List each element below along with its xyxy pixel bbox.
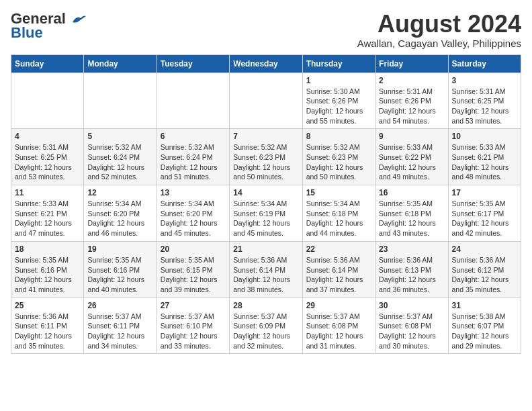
day-number: 10 xyxy=(452,132,517,141)
calendar-cell: 7Sunrise: 5:32 AMSunset: 6:23 PMDaylight… xyxy=(230,129,302,185)
day-info: Sunrise: 5:32 AMSunset: 6:23 PMDaylight:… xyxy=(306,142,371,182)
calendar-cell: 22Sunrise: 5:36 AMSunset: 6:14 PMDayligh… xyxy=(302,241,375,298)
day-info: Sunrise: 5:36 AMSunset: 6:14 PMDaylight:… xyxy=(233,255,298,295)
day-number: 26 xyxy=(87,301,152,310)
weekday-header-saturday: Saturday xyxy=(448,54,521,73)
calendar-cell: 17Sunrise: 5:35 AMSunset: 6:17 PMDayligh… xyxy=(448,185,521,242)
calendar-cell: 13Sunrise: 5:34 AMSunset: 6:20 PMDayligh… xyxy=(157,185,229,242)
page-header: General Blue August 2024 Awallan, Cagaya… xyxy=(11,11,521,49)
day-info: Sunrise: 5:36 AMSunset: 6:14 PMDaylight:… xyxy=(306,255,371,295)
calendar-week-1: 1Sunrise: 5:30 AMSunset: 6:26 PMDaylight… xyxy=(11,73,521,129)
day-number: 29 xyxy=(306,301,371,310)
day-info: Sunrise: 5:35 AMSunset: 6:16 PMDaylight:… xyxy=(87,255,152,295)
calendar-cell: 18Sunrise: 5:35 AMSunset: 6:16 PMDayligh… xyxy=(11,241,84,298)
day-info: Sunrise: 5:37 AMSunset: 6:08 PMDaylight:… xyxy=(306,312,371,351)
day-info: Sunrise: 5:37 AMSunset: 6:09 PMDaylight:… xyxy=(233,312,298,351)
weekday-header-sunday: Sunday xyxy=(11,54,84,73)
day-info: Sunrise: 5:31 AMSunset: 6:25 PMDaylight:… xyxy=(452,87,517,126)
logo-bird-icon xyxy=(71,14,86,25)
day-info: Sunrise: 5:35 AMSunset: 6:18 PMDaylight:… xyxy=(379,199,444,238)
day-number: 28 xyxy=(233,301,298,310)
calendar-cell: 29Sunrise: 5:37 AMSunset: 6:08 PMDayligh… xyxy=(302,298,375,354)
day-number: 21 xyxy=(233,244,298,254)
day-info: Sunrise: 5:35 AMSunset: 6:17 PMDaylight:… xyxy=(452,199,517,238)
calendar-cell xyxy=(157,73,229,129)
day-number: 27 xyxy=(161,301,226,310)
day-info: Sunrise: 5:38 AMSunset: 6:07 PMDaylight:… xyxy=(452,312,517,351)
day-number: 31 xyxy=(452,301,517,310)
day-info: Sunrise: 5:36 AMSunset: 6:13 PMDaylight:… xyxy=(379,255,444,295)
day-info: Sunrise: 5:32 AMSunset: 6:24 PMDaylight:… xyxy=(161,142,226,182)
day-number: 8 xyxy=(306,132,371,141)
weekday-header-thursday: Thursday xyxy=(302,54,375,73)
calendar-cell: 27Sunrise: 5:37 AMSunset: 6:10 PMDayligh… xyxy=(157,298,229,354)
day-number: 17 xyxy=(452,188,517,197)
day-info: Sunrise: 5:34 AMSunset: 6:20 PMDaylight:… xyxy=(87,199,152,238)
day-number: 4 xyxy=(15,132,80,141)
day-info: Sunrise: 5:34 AMSunset: 6:20 PMDaylight:… xyxy=(161,199,226,238)
month-title: August 2024 xyxy=(357,11,521,38)
calendar-cell: 6Sunrise: 5:32 AMSunset: 6:24 PMDaylight… xyxy=(157,129,229,185)
weekday-header-wednesday: Wednesday xyxy=(230,54,302,73)
weekday-header-friday: Friday xyxy=(375,54,448,73)
day-info: Sunrise: 5:33 AMSunset: 6:21 PMDaylight:… xyxy=(15,199,80,238)
day-info: Sunrise: 5:36 AMSunset: 6:11 PMDaylight:… xyxy=(15,312,80,351)
calendar-cell xyxy=(230,73,302,129)
day-info: Sunrise: 5:37 AMSunset: 6:08 PMDaylight:… xyxy=(379,312,444,351)
day-number: 25 xyxy=(15,301,80,310)
day-number: 2 xyxy=(379,76,444,85)
calendar-cell: 21Sunrise: 5:36 AMSunset: 6:14 PMDayligh… xyxy=(230,241,302,298)
calendar-cell xyxy=(11,73,84,129)
calendar-cell: 28Sunrise: 5:37 AMSunset: 6:09 PMDayligh… xyxy=(230,298,302,354)
calendar-cell: 16Sunrise: 5:35 AMSunset: 6:18 PMDayligh… xyxy=(375,185,448,242)
day-number: 9 xyxy=(379,132,444,141)
calendar-cell: 23Sunrise: 5:36 AMSunset: 6:13 PMDayligh… xyxy=(375,241,448,298)
day-number: 30 xyxy=(379,301,444,310)
day-info: Sunrise: 5:32 AMSunset: 6:23 PMDaylight:… xyxy=(233,142,298,182)
weekday-header-monday: Monday xyxy=(84,54,157,73)
calendar-cell: 8Sunrise: 5:32 AMSunset: 6:23 PMDaylight… xyxy=(302,129,375,185)
calendar-table: SundayMondayTuesdayWednesdayThursdayFrid… xyxy=(11,54,521,355)
calendar-cell: 20Sunrise: 5:35 AMSunset: 6:15 PMDayligh… xyxy=(157,241,229,298)
calendar-cell: 9Sunrise: 5:33 AMSunset: 6:22 PMDaylight… xyxy=(375,129,448,185)
day-number: 16 xyxy=(379,188,444,197)
day-info: Sunrise: 5:37 AMSunset: 6:10 PMDaylight:… xyxy=(161,312,226,351)
calendar-cell: 30Sunrise: 5:37 AMSunset: 6:08 PMDayligh… xyxy=(375,298,448,354)
calendar-cell: 3Sunrise: 5:31 AMSunset: 6:25 PMDaylight… xyxy=(448,73,521,129)
day-number: 20 xyxy=(161,244,226,254)
calendar-cell: 10Sunrise: 5:33 AMSunset: 6:21 PMDayligh… xyxy=(448,129,521,185)
calendar-cell: 12Sunrise: 5:34 AMSunset: 6:20 PMDayligh… xyxy=(84,185,157,242)
calendar-week-4: 18Sunrise: 5:35 AMSunset: 6:16 PMDayligh… xyxy=(11,241,521,298)
calendar-cell: 31Sunrise: 5:38 AMSunset: 6:07 PMDayligh… xyxy=(448,298,521,354)
day-number: 19 xyxy=(87,244,152,254)
day-number: 24 xyxy=(452,244,517,254)
day-number: 22 xyxy=(306,244,371,254)
day-info: Sunrise: 5:34 AMSunset: 6:18 PMDaylight:… xyxy=(306,199,371,238)
day-info: Sunrise: 5:30 AMSunset: 6:26 PMDaylight:… xyxy=(306,87,371,126)
calendar-cell: 19Sunrise: 5:35 AMSunset: 6:16 PMDayligh… xyxy=(84,241,157,298)
calendar-cell: 14Sunrise: 5:34 AMSunset: 6:19 PMDayligh… xyxy=(230,185,302,242)
weekday-header-tuesday: Tuesday xyxy=(157,54,229,73)
calendar-cell: 15Sunrise: 5:34 AMSunset: 6:18 PMDayligh… xyxy=(302,185,375,242)
location: Awallan, Cagayan Valley, Philippines xyxy=(357,38,521,49)
calendar-cell: 26Sunrise: 5:37 AMSunset: 6:11 PMDayligh… xyxy=(84,298,157,354)
day-info: Sunrise: 5:33 AMSunset: 6:22 PMDaylight:… xyxy=(379,142,444,182)
calendar-cell: 4Sunrise: 5:31 AMSunset: 6:25 PMDaylight… xyxy=(11,129,84,185)
calendar-cell: 5Sunrise: 5:32 AMSunset: 6:24 PMDaylight… xyxy=(84,129,157,185)
day-number: 1 xyxy=(306,76,371,85)
calendar-cell: 1Sunrise: 5:30 AMSunset: 6:26 PMDaylight… xyxy=(302,73,375,129)
calendar-week-5: 25Sunrise: 5:36 AMSunset: 6:11 PMDayligh… xyxy=(11,298,521,354)
title-block: August 2024 Awallan, Cagayan Valley, Phi… xyxy=(357,11,521,49)
day-info: Sunrise: 5:34 AMSunset: 6:19 PMDaylight:… xyxy=(233,199,298,238)
day-info: Sunrise: 5:33 AMSunset: 6:21 PMDaylight:… xyxy=(452,142,517,182)
day-info: Sunrise: 5:32 AMSunset: 6:24 PMDaylight:… xyxy=(87,142,152,182)
calendar-cell: 25Sunrise: 5:36 AMSunset: 6:11 PMDayligh… xyxy=(11,298,84,354)
calendar-week-2: 4Sunrise: 5:31 AMSunset: 6:25 PMDaylight… xyxy=(11,129,521,185)
day-number: 3 xyxy=(452,76,517,85)
day-number: 7 xyxy=(233,132,298,141)
logo: General Blue xyxy=(11,11,86,42)
day-info: Sunrise: 5:31 AMSunset: 6:25 PMDaylight:… xyxy=(15,142,80,182)
day-info: Sunrise: 5:37 AMSunset: 6:11 PMDaylight:… xyxy=(87,312,152,351)
day-info: Sunrise: 5:36 AMSunset: 6:12 PMDaylight:… xyxy=(452,255,517,295)
day-number: 12 xyxy=(87,188,152,197)
